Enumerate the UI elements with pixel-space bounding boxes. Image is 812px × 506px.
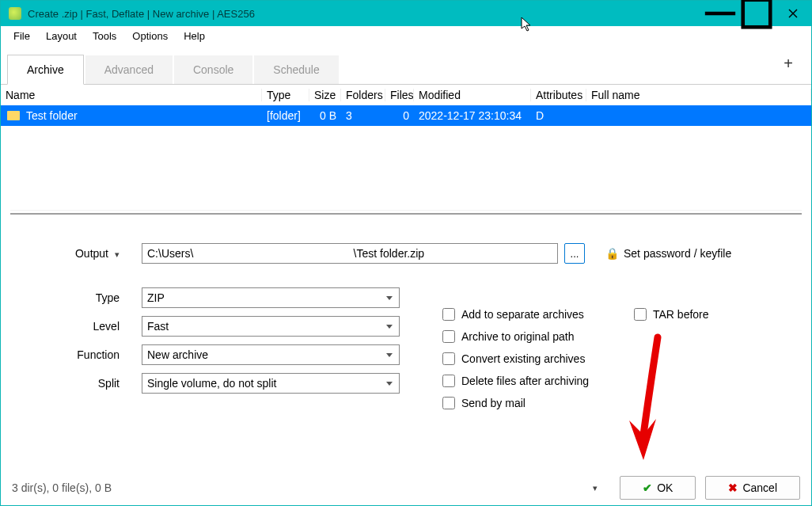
col-size[interactable]: Size xyxy=(309,89,341,101)
menu-layout[interactable]: Layout xyxy=(38,29,85,44)
split-select[interactable]: Single volume, do not split xyxy=(142,373,400,394)
tab-advanced[interactable]: Advanced xyxy=(85,55,173,84)
titlebar: Create .zip | Fast, Deflate | New archiv… xyxy=(1,1,811,26)
menu-file[interactable]: File xyxy=(6,29,38,44)
form-area: Output▾ ... 🔒 Set password / keyfile Typ… xyxy=(1,215,811,394)
check-delete[interactable]: Delete files after archiving xyxy=(442,375,589,387)
chevron-down-icon[interactable]: ▾ xyxy=(115,249,120,260)
minimize-button[interactable] xyxy=(702,1,738,26)
bottom-bar: 3 dir(s), 0 file(s), 0 B ▾ ✔OK ✖Cancel xyxy=(1,470,811,505)
check-original[interactable]: Archive to original path xyxy=(442,330,589,343)
tab-archive[interactable]: Archive xyxy=(7,55,84,85)
cell-modified: 2022-12-17 23:10:34 xyxy=(414,109,531,122)
cell-folders: 3 xyxy=(341,109,385,122)
col-attrs[interactable]: Attributes xyxy=(531,89,586,101)
x-icon: ✖ xyxy=(728,481,738,494)
tab-console[interactable]: Console xyxy=(174,55,252,84)
close-button[interactable] xyxy=(775,1,811,26)
check-separate[interactable]: Add to separate archives xyxy=(442,308,589,321)
check-icon: ✔ xyxy=(643,481,652,494)
cell-size: 0 B xyxy=(309,109,341,122)
cell-attrs: D xyxy=(531,109,586,122)
col-type[interactable]: Type xyxy=(262,89,309,101)
app-window: Create .zip | Fast, Deflate | New archiv… xyxy=(0,0,812,506)
cell-name: Test folder xyxy=(26,109,78,122)
col-name[interactable]: Name xyxy=(1,89,262,101)
col-modified[interactable]: Modified xyxy=(414,89,531,101)
check-convert[interactable]: Convert existing archives xyxy=(442,352,589,365)
col-files[interactable]: Files xyxy=(385,89,414,101)
label-function: Function xyxy=(15,348,142,361)
label-type: Type xyxy=(15,291,142,304)
col-fullname[interactable]: Full name xyxy=(586,89,811,101)
cell-files: 0 xyxy=(385,109,414,122)
level-select[interactable]: Fast xyxy=(142,316,400,337)
chevron-down-icon[interactable]: ▾ xyxy=(593,483,598,493)
add-tab-button[interactable]: + xyxy=(780,55,797,72)
tab-schedule[interactable]: Schedule xyxy=(254,55,338,84)
tab-row: Archive Advanced Console Schedule + xyxy=(1,45,811,85)
menu-tools[interactable]: Tools xyxy=(85,29,124,44)
folder-icon xyxy=(7,111,20,120)
maximize-button[interactable] xyxy=(738,1,775,26)
set-password-link[interactable]: 🔒 Set password / keyfile xyxy=(605,247,731,260)
type-select[interactable]: ZIP xyxy=(142,287,400,308)
table-header: Name Type Size Folders Files Modified At… xyxy=(1,85,811,105)
col-folders[interactable]: Folders xyxy=(341,89,385,101)
app-icon xyxy=(9,7,21,20)
checkbox-group: Add to separate archives Archive to orig… xyxy=(442,308,589,409)
output-input[interactable] xyxy=(142,243,558,264)
menubar: File Layout Tools Options Help xyxy=(1,26,811,45)
label-split: Split xyxy=(15,377,142,390)
check-tar[interactable]: TAR before xyxy=(634,308,709,321)
check-mail[interactable]: Send by mail xyxy=(442,397,589,409)
table-row[interactable]: Test folder [folder] 0 B 3 0 2022-12-17 … xyxy=(1,105,811,126)
checkbox-tar: TAR before xyxy=(634,308,709,321)
table-body: Test folder [folder] 0 B 3 0 2022-12-17 … xyxy=(1,105,811,207)
menu-help[interactable]: Help xyxy=(176,29,213,44)
cell-type: [folder] xyxy=(262,109,309,122)
svg-rect-1 xyxy=(743,0,771,27)
status-text: 3 dir(s), 0 file(s), 0 B xyxy=(12,481,593,494)
file-table: Name Type Size Folders Files Modified At… xyxy=(1,85,811,207)
function-select[interactable]: New archive xyxy=(142,344,400,365)
menu-options[interactable]: Options xyxy=(124,29,176,44)
label-level: Level xyxy=(15,320,142,333)
cancel-button[interactable]: ✖Cancel xyxy=(705,476,800,500)
ok-button[interactable]: ✔OK xyxy=(620,476,696,500)
lock-icon: 🔒 xyxy=(605,247,619,260)
label-output: Output xyxy=(75,247,108,260)
window-title: Create .zip | Fast, Deflate | New archiv… xyxy=(28,8,255,20)
browse-button[interactable]: ... xyxy=(564,243,585,264)
